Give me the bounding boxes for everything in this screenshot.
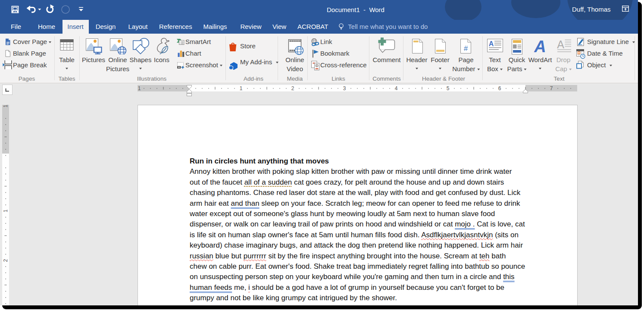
svg-text:5: 5 [447,85,450,91]
svg-text:2: 2 [3,259,9,262]
svg-text:1: 1 [138,85,141,91]
svg-text:1: 1 [3,105,9,107]
svg-text:3: 3 [343,85,346,91]
svg-text:#: # [464,44,468,52]
svg-text:A: A [534,38,546,54]
svg-text:1: 1 [3,209,9,212]
svg-text:A: A [489,40,494,47]
svg-text:1: 1 [240,85,243,91]
svg-text:4: 4 [395,85,398,91]
svg-text:A: A [557,39,564,50]
svg-text:6: 6 [498,85,501,91]
svg-text:2: 2 [291,85,294,91]
svg-text:7: 7 [550,85,553,91]
